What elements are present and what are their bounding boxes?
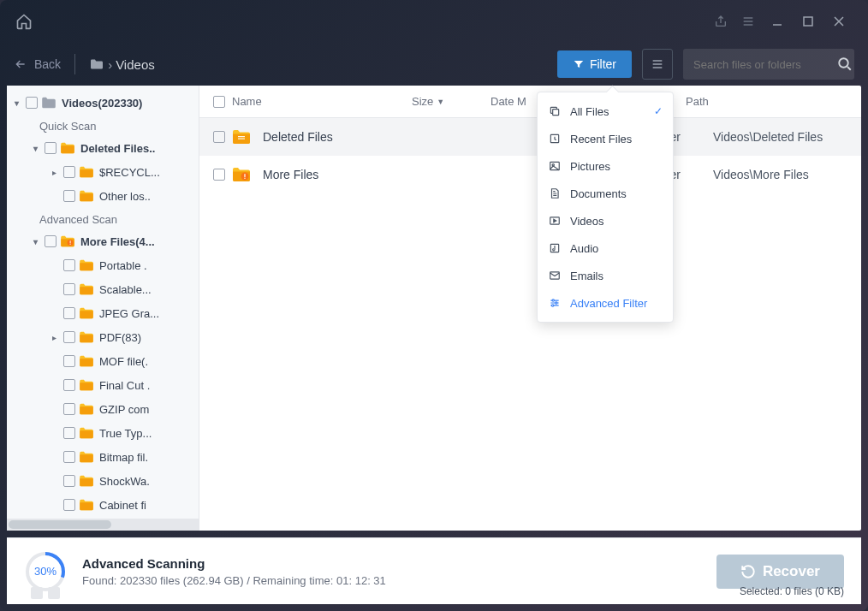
tree-item[interactable]: Final Cut . xyxy=(7,373,199,397)
minimize-button[interactable] xyxy=(769,13,786,30)
column-size[interactable]: Size▼ xyxy=(412,95,490,108)
filter-option[interactable]: Documents xyxy=(538,180,673,207)
folder-icon xyxy=(79,355,94,367)
tree-item[interactable]: Other los.. xyxy=(7,184,199,208)
tree-checkbox[interactable] xyxy=(63,331,75,343)
video-icon xyxy=(548,214,562,228)
tree-label: Deleted Files.. xyxy=(80,142,155,155)
doc-icon xyxy=(548,187,562,200)
column-name[interactable]: Name xyxy=(232,95,412,108)
expand-icon[interactable]: ▾ xyxy=(29,237,41,246)
folder-icon xyxy=(79,499,94,511)
view-toggle-button[interactable] xyxy=(642,49,673,80)
tree-checkbox[interactable] xyxy=(63,283,75,295)
svg-point-15 xyxy=(552,305,554,306)
tree-checkbox[interactable] xyxy=(63,403,75,415)
filter-option[interactable]: Audio xyxy=(538,234,673,262)
filter-button[interactable]: Filter xyxy=(557,50,632,78)
tree-label: GZIP com xyxy=(99,403,149,416)
tree-item[interactable]: ▸PDF(83) xyxy=(7,325,199,349)
search-icon[interactable] xyxy=(837,56,853,72)
expand-icon[interactable]: ▾ xyxy=(29,144,41,153)
select-all-checkbox[interactable] xyxy=(213,96,225,108)
filter-option[interactable]: Recent Files xyxy=(538,125,673,152)
tree-item[interactable]: ▾Videos(202330) xyxy=(7,91,199,115)
tree-checkbox[interactable] xyxy=(63,427,75,439)
pause-button[interactable] xyxy=(31,587,43,599)
svg-rect-6 xyxy=(553,110,559,116)
tree-item[interactable]: MOF file(. xyxy=(7,349,199,373)
tree-label: PDF(83) xyxy=(99,331,141,344)
tree-label: Portable . xyxy=(99,259,147,272)
tree-checkbox[interactable] xyxy=(63,379,75,391)
recover-button[interactable]: Recover xyxy=(716,555,844,589)
progress-percent: 30% xyxy=(24,550,67,593)
folder-icon xyxy=(79,283,94,295)
tree-item[interactable]: ▾More Files(4... xyxy=(7,229,199,253)
folder-icon xyxy=(79,259,94,271)
row-checkbox[interactable] xyxy=(213,131,225,143)
copy-icon xyxy=(548,104,562,118)
sidebar-scrollbar[interactable] xyxy=(7,519,199,531)
search-field[interactable] xyxy=(683,49,854,80)
tree-item[interactable]: Portable . xyxy=(7,253,199,277)
filter-option[interactable]: Pictures xyxy=(538,152,673,180)
tree-item[interactable]: Scalable... xyxy=(7,277,199,301)
tree-checkbox[interactable] xyxy=(63,355,75,367)
tree-item[interactable]: Bitmap fil. xyxy=(7,445,199,469)
file-path: Videos\More Files xyxy=(689,168,861,181)
folder-icon xyxy=(79,403,94,415)
advanced-filter-option[interactable]: Advanced Filter xyxy=(538,289,673,317)
tree-item[interactable]: JPEG Gra... xyxy=(7,301,199,325)
tree-checkbox[interactable] xyxy=(63,499,75,511)
folder-icon xyxy=(79,427,94,439)
tree-checkbox[interactable] xyxy=(63,190,75,202)
stop-button[interactable] xyxy=(48,587,60,599)
home-button[interactable] xyxy=(14,11,34,32)
tree-checkbox[interactable] xyxy=(26,97,38,109)
filter-option[interactable]: Emails xyxy=(538,262,673,289)
scan-title: Advanced Scanning xyxy=(82,556,386,571)
tree-item[interactable]: GZIP com xyxy=(7,397,199,421)
tree-checkbox[interactable] xyxy=(63,475,75,487)
folder-icon xyxy=(60,142,75,154)
filter-option[interactable]: Videos xyxy=(538,207,673,234)
filter-option-label: Pictures xyxy=(570,160,610,173)
search-input[interactable] xyxy=(693,58,837,71)
tree-label: ShockWa. xyxy=(99,475,150,488)
tree-checkbox[interactable] xyxy=(63,166,75,178)
close-button[interactable] xyxy=(830,13,847,30)
tree-checkbox[interactable] xyxy=(63,307,75,319)
column-headers: Name Size▼ Date M Path xyxy=(199,86,861,118)
filter-label: Filter xyxy=(590,57,616,71)
tree-item[interactable]: ▾Deleted Files.. xyxy=(7,136,199,160)
filter-option[interactable]: All Files✓ xyxy=(538,98,673,125)
back-button[interactable]: Back xyxy=(14,57,61,71)
maximize-button[interactable] xyxy=(800,13,817,30)
sort-indicator-icon: ▼ xyxy=(437,98,444,106)
tree-item[interactable]: Cabinet fi xyxy=(7,493,199,517)
file-row[interactable]: Deleted FileserVideos\Deleted Files xyxy=(199,118,861,156)
column-path[interactable]: Path xyxy=(662,95,861,108)
tree-checkbox[interactable] xyxy=(63,451,75,463)
expand-icon[interactable]: ▾ xyxy=(10,98,22,108)
expand-icon[interactable]: ▸ xyxy=(48,333,60,342)
tree-checkbox[interactable] xyxy=(63,259,75,271)
tree-label: Cabinet fi xyxy=(99,499,146,512)
expand-icon[interactable]: ▸ xyxy=(48,168,60,177)
divider xyxy=(74,54,75,74)
tree-item[interactable]: ▸$RECYCL... xyxy=(7,160,199,184)
tree-checkbox[interactable] xyxy=(45,235,56,247)
file-row[interactable]: More FileserVideos\More Files xyxy=(199,156,861,193)
filter-dropdown: All Files✓Recent FilesPicturesDocumentsV… xyxy=(537,92,674,323)
tree-item[interactable]: ShockWa. xyxy=(7,469,199,493)
tree-item[interactable]: True Typ... xyxy=(7,421,199,445)
row-checkbox[interactable] xyxy=(213,169,225,181)
breadcrumb-label: Videos xyxy=(116,57,155,72)
tree-checkbox[interactable] xyxy=(45,142,56,154)
folder-icon xyxy=(79,451,94,463)
menu-icon[interactable] xyxy=(740,13,757,30)
breadcrumb[interactable]: › Videos xyxy=(89,57,155,72)
sidebar: ▾Videos(202330)Quick Scan▾Deleted Files.… xyxy=(7,86,199,531)
share-icon[interactable] xyxy=(712,13,729,30)
